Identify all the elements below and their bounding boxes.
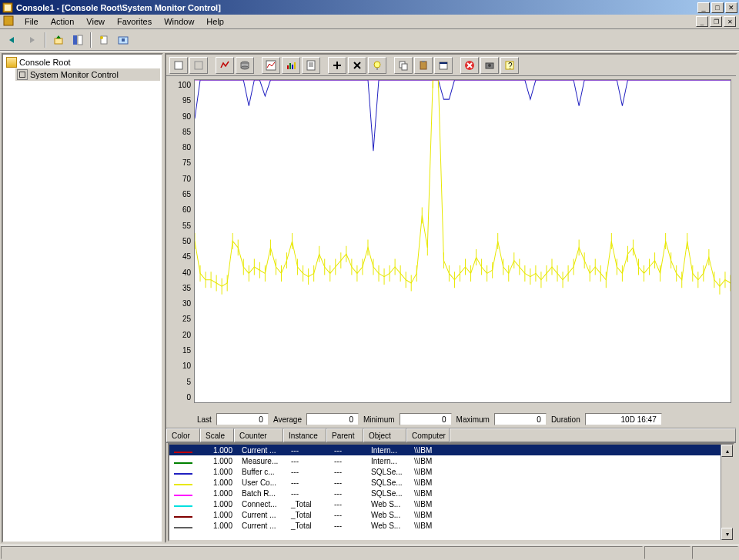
system-menu-icon[interactable]: [3, 15, 15, 28]
export-button[interactable]: [115, 32, 132, 48]
chart-surface[interactable]: [194, 79, 731, 403]
properties-perf-button[interactable]: [434, 57, 453, 74]
cell: ---: [286, 489, 329, 498]
y-tick: 65: [171, 190, 191, 198]
up-button[interactable]: [50, 32, 67, 48]
last-value: 0: [216, 413, 269, 425]
menu-favorites[interactable]: Favorites: [111, 15, 158, 28]
column-header-instance[interactable]: Instance: [283, 428, 326, 442]
y-tick: 35: [171, 284, 191, 292]
minimum-value: 0: [400, 413, 452, 425]
y-tick: 25: [171, 315, 191, 323]
y-tick: 60: [171, 205, 191, 214]
help-button[interactable]: ?: [500, 57, 519, 74]
clear-display-button[interactable]: [189, 57, 208, 74]
cell: _Total: [286, 522, 329, 530]
y-tick: 70: [171, 175, 191, 183]
menu-view[interactable]: View: [80, 15, 111, 28]
mdi-close-button[interactable]: ✕: [724, 16, 736, 27]
y-tick: 40: [171, 268, 191, 277]
counter-row[interactable]: 1.000Current ...------Intern...\\IBM: [169, 445, 733, 455]
menu-help[interactable]: Help: [200, 15, 230, 28]
maximize-button[interactable]: □: [711, 2, 724, 13]
view-histogram-button[interactable]: [282, 57, 300, 74]
cell: [169, 468, 203, 476]
svg-rect-4: [73, 35, 77, 45]
tree-child[interactable]: System Monitor Control: [15, 68, 160, 81]
y-axis: 1009590858075706560555045403530252015105…: [171, 79, 194, 411]
folder-icon: [6, 57, 17, 68]
freeze-button[interactable]: [460, 57, 479, 74]
svg-point-28: [374, 62, 380, 68]
cell: Web S...: [366, 511, 410, 519]
properties-button[interactable]: [95, 32, 112, 48]
cell: \\IBM: [410, 446, 453, 455]
column-header-color[interactable]: Color: [166, 428, 200, 442]
cell: _Total: [286, 511, 329, 519]
column-header-counter[interactable]: Counter: [234, 428, 283, 442]
cell: Web S...: [366, 522, 410, 530]
svg-point-40: [488, 64, 491, 67]
show-tree-button[interactable]: [69, 32, 86, 48]
cell: Current ...: [237, 446, 286, 455]
status-panel-1: [644, 546, 691, 559]
average-label: Average: [273, 415, 302, 424]
counter-row[interactable]: 1.000Current ..._Total---Web S...\\IBM: [169, 509, 733, 520]
view-current-button[interactable]: [216, 57, 234, 74]
column-header-scale[interactable]: Scale: [200, 428, 234, 442]
counter-row[interactable]: 1.000Current ..._Total---Web S...\\IBM: [169, 520, 733, 531]
view-log-button[interactable]: [236, 57, 254, 74]
cell: 1.000: [203, 457, 237, 465]
tree-pane[interactable]: Console Root System Monitor Control: [2, 53, 163, 543]
column-header-parent[interactable]: Parent: [326, 428, 363, 442]
cell: SQLSe...: [366, 489, 410, 498]
y-tick: 30: [171, 299, 191, 308]
new-counter-set-button[interactable]: [169, 57, 188, 74]
mdi-minimize-button[interactable]: _: [696, 16, 708, 27]
counter-row[interactable]: 1.000User Co...------SQLSe...\\IBM: [169, 477, 733, 488]
view-report-button[interactable]: [302, 57, 320, 74]
cell: Buffer c...: [237, 468, 286, 476]
back-button[interactable]: [5, 32, 22, 48]
delete-counter-button[interactable]: [348, 57, 366, 74]
view-graph-button[interactable]: [262, 57, 280, 74]
update-button[interactable]: [480, 57, 499, 74]
cell: [169, 446, 203, 455]
svg-rect-2: [4, 16, 13, 25]
y-tick: 85: [171, 128, 191, 136]
paste-button[interactable]: [414, 57, 433, 74]
column-header-object[interactable]: Object: [363, 428, 406, 442]
chart-series: [195, 80, 731, 286]
svg-rect-16: [287, 65, 289, 69]
counter-row[interactable]: 1.000Measure...------Intern...\\IBM: [169, 455, 733, 466]
forward-button[interactable]: [24, 32, 41, 48]
svg-rect-1: [5, 5, 11, 11]
mdi-restore-button[interactable]: ❐: [710, 16, 722, 27]
svg-rect-17: [289, 63, 291, 69]
add-counter-button[interactable]: [328, 57, 346, 74]
counter-row[interactable]: 1.000Connect..._Total---Web S...\\IBM: [169, 498, 733, 509]
counter-row[interactable]: 1.000Batch R...------SQLSe...\\IBM: [169, 488, 733, 498]
counter-row[interactable]: 1.000Buffer c...------SQLSe...\\IBM: [169, 466, 733, 477]
minimum-label: Minimum: [363, 415, 395, 424]
scroll-down-button[interactable]: ▾: [721, 528, 733, 540]
titlebar: Console1 - [Console Root\System Monitor …: [0, 0, 739, 15]
cell: Measure...: [237, 457, 286, 465]
copy-button[interactable]: [394, 57, 413, 74]
close-button[interactable]: ✕: [725, 2, 737, 13]
column-header-computer[interactable]: Computer: [406, 428, 450, 442]
cell: \\IBM: [410, 478, 453, 487]
chart-series: [195, 80, 731, 151]
maximum-label: Maximum: [456, 415, 490, 424]
svg-rect-18: [292, 65, 293, 69]
menu-file[interactable]: File: [18, 15, 45, 28]
vertical-scrollbar[interactable]: ▴ ▾: [721, 445, 733, 540]
menu-action[interactable]: Action: [45, 15, 81, 28]
tree-root[interactable]: Console Root: [5, 56, 160, 68]
cell: \\IBM: [410, 511, 453, 519]
highlight-button[interactable]: [368, 57, 386, 74]
minimize-button[interactable]: _: [697, 2, 710, 13]
counter-rows[interactable]: 1.000Current ...------Intern...\\IBM1.00…: [169, 445, 733, 531]
menu-window[interactable]: Window: [158, 15, 200, 28]
scroll-up-button[interactable]: ▴: [721, 445, 733, 457]
